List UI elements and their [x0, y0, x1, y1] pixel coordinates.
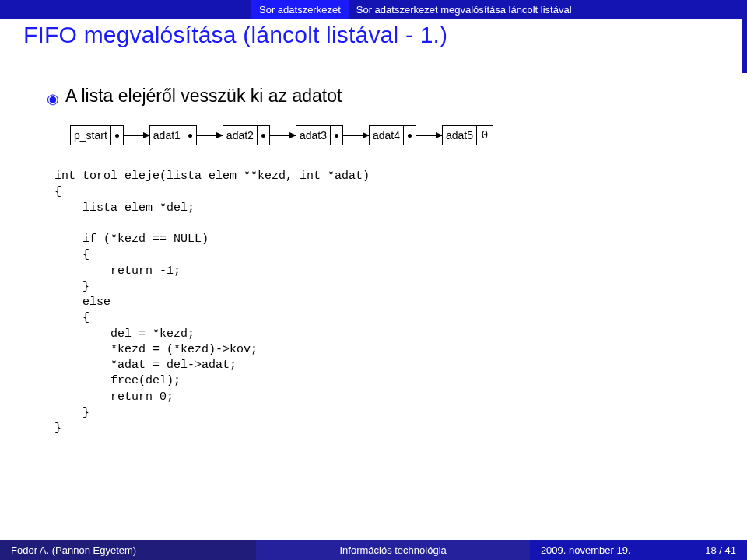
- arrow-icon: [196, 135, 223, 136]
- slide-title-row: FIFO megvalósítása (láncolt listával - 1…: [0, 19, 747, 56]
- node-label: adat5: [443, 126, 476, 145]
- footer-page: 18 / 41: [705, 544, 736, 556]
- section-tabs: Sor adatszerkezet Sor adatszerkezet megv…: [0, 0, 747, 19]
- footer-author: Fodor A. (Pannon Egyetem): [0, 540, 256, 560]
- node-pointer: [184, 126, 196, 145]
- node-label: adat3: [296, 126, 330, 145]
- list-node: adat5: [442, 125, 477, 145]
- arrow-icon: [269, 135, 296, 136]
- pointer-dot-icon: [335, 134, 338, 138]
- bullet-item: ◉ A lista elejéről vesszük ki az adatot: [47, 86, 724, 107]
- node-label: adat4: [370, 126, 403, 145]
- slide-content: ◉ A lista elejéről vesszük ki az adatot …: [23, 86, 724, 436]
- list-node: adat1: [149, 125, 197, 145]
- list-node: adat3: [296, 125, 343, 145]
- arrow-icon: [342, 135, 369, 136]
- code-block: int torol_eleje(lista_elem **kezd, int *…: [54, 169, 724, 436]
- footer-course: Információs technológia: [256, 540, 530, 560]
- footer-date-page: 2009. november 19. 18 / 41: [530, 540, 747, 560]
- title-shadow: [742, 19, 747, 73]
- tab-section[interactable]: Sor adatszerkezet: [251, 0, 349, 19]
- linked-list-diagram: p_start adat1 adat2 adat3 adat4 adat5 0: [70, 125, 724, 145]
- list-node-start: p_start: [70, 125, 124, 145]
- node-pointer: [330, 126, 342, 145]
- arrow-icon: [123, 135, 149, 136]
- tab-spacer: [0, 0, 251, 19]
- node-pointer: [403, 126, 416, 145]
- pointer-dot-icon: [261, 134, 265, 138]
- list-tail-null: 0: [476, 125, 493, 145]
- pointer-dot-icon: [188, 134, 192, 138]
- list-node: adat2: [223, 125, 270, 145]
- bullet-icon: ◉: [47, 90, 59, 107]
- tab-subsection[interactable]: Sor adatszerkezet megvalósítása láncolt …: [349, 0, 747, 19]
- pointer-dot-icon: [115, 134, 119, 138]
- bullet-text: A lista elejéről vesszük ki az adatot: [65, 86, 342, 107]
- slide-footer: Fodor A. (Pannon Egyetem) Információs te…: [0, 540, 747, 560]
- node-label: p_start: [71, 126, 110, 145]
- node-label: adat1: [150, 126, 184, 145]
- arrow-icon: [416, 135, 442, 136]
- list-node: adat4: [369, 125, 416, 145]
- node-label: adat2: [223, 126, 257, 145]
- footer-date: 2009. november 19.: [541, 544, 631, 556]
- slide-title: FIFO megvalósítása (láncolt listával - 1…: [23, 22, 724, 48]
- node-pointer: [110, 126, 123, 145]
- node-pointer: [257, 126, 269, 145]
- pointer-dot-icon: [408, 134, 412, 138]
